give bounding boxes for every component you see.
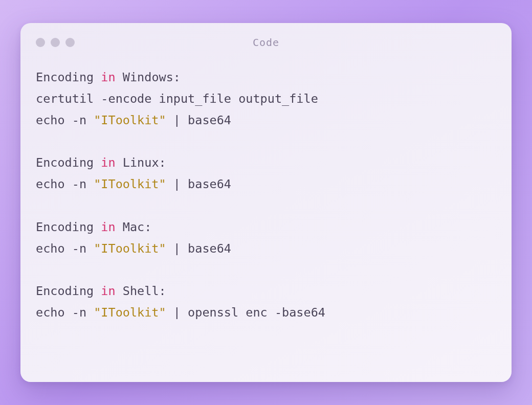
code-text: Encoding (36, 70, 101, 84)
code-text: Encoding (36, 284, 101, 298)
code-text: echo -n (36, 305, 94, 320)
code-keyword: in (101, 155, 115, 170)
code-text: Mac: (116, 220, 152, 234)
code-text: echo -n (36, 177, 94, 191)
code-text: echo -n (36, 241, 94, 256)
code-string: "IToolkit" (94, 305, 166, 320)
code-text: echo -n (36, 113, 94, 127)
code-text: Linux: (116, 155, 166, 170)
blank-line (36, 195, 496, 217)
blank-line (36, 131, 496, 152)
minimize-icon[interactable] (51, 38, 60, 47)
zoom-icon[interactable] (65, 38, 75, 47)
code-string: "IToolkit" (94, 177, 166, 191)
code-section-header: Encoding in Shell: (36, 281, 496, 302)
code-section-header: Encoding in Mac: (36, 217, 496, 238)
code-text: | base64 (166, 113, 231, 127)
code-window: Code Encoding in Windows:certutil -encod… (20, 23, 512, 382)
code-line: echo -n "IToolkit" | base64 (36, 110, 496, 131)
code-text: Encoding (36, 155, 101, 170)
code-section-header: Encoding in Windows: (36, 67, 496, 88)
code-line: echo -n "IToolkit" | openssl enc -base64 (36, 302, 496, 324)
code-text: | openssl enc -base64 (166, 305, 325, 320)
code-text: Windows: (116, 70, 181, 84)
window-title: Code (36, 36, 496, 49)
traffic-lights (36, 38, 75, 47)
code-keyword: in (101, 70, 115, 84)
code-section-header: Encoding in Linux: (36, 152, 496, 174)
code-keyword: in (101, 220, 115, 234)
code-keyword: in (101, 284, 115, 298)
code-string: "IToolkit" (94, 113, 166, 127)
code-text: Shell: (116, 284, 166, 298)
code-text: Encoding (36, 220, 101, 234)
blank-line (36, 259, 496, 281)
code-text: | base64 (166, 241, 231, 256)
code-line: echo -n "IToolkit" | base64 (36, 238, 496, 260)
code-text: certutil -encode input_file output_file (36, 92, 318, 106)
code-content[interactable]: Encoding in Windows:certutil -encode inp… (36, 67, 496, 324)
code-line: echo -n "IToolkit" | base64 (36, 174, 496, 195)
code-string: "IToolkit" (94, 241, 166, 256)
code-text: | base64 (166, 177, 231, 191)
titlebar: Code (36, 36, 496, 49)
code-line: certutil -encode input_file output_file (36, 88, 496, 110)
close-icon[interactable] (36, 38, 45, 47)
